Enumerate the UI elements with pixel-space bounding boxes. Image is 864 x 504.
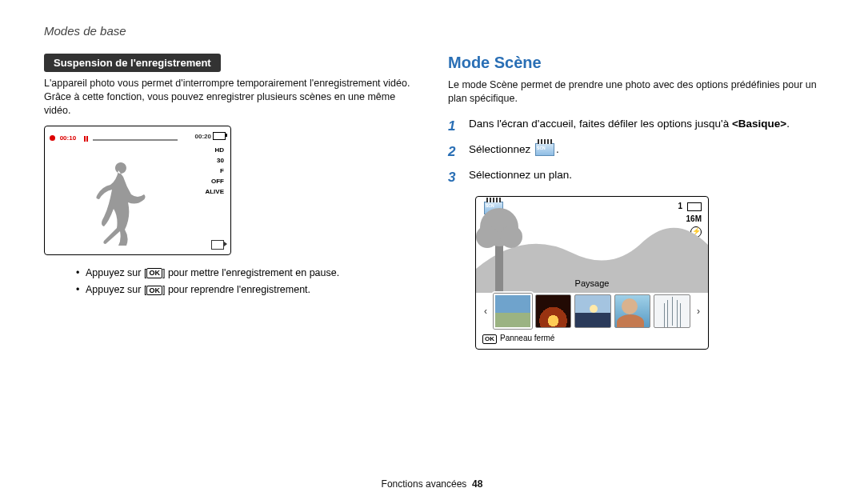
scene-thumbnails: ‹ › bbox=[481, 294, 703, 328]
progress-bar bbox=[93, 139, 178, 141]
panel-closed-label: Panneau fermé bbox=[500, 334, 554, 342]
step-number: 3 bbox=[448, 165, 461, 190]
step-number: 1 bbox=[448, 114, 461, 139]
step-number: 2 bbox=[448, 139, 461, 165]
selected-scene-label: Paysage bbox=[476, 278, 708, 288]
step-3: 3 Sélectionnez un plan. bbox=[448, 165, 820, 190]
camera-lcd-scene: SCN 1 16M ⚡ Paysage bbox=[475, 196, 709, 350]
pause-icon bbox=[84, 132, 89, 144]
record-settings-stack: HD 30 F OFF ALIVE bbox=[205, 146, 224, 198]
f-label: F bbox=[205, 166, 224, 175]
dancer-silhouette bbox=[77, 156, 157, 248]
svg-point-3 bbox=[500, 226, 522, 248]
step-1: 1 Dans l'écran d'accueil, faites défiler… bbox=[448, 114, 820, 139]
page-header: Modes de base bbox=[44, 24, 820, 38]
hd-label: HD bbox=[205, 146, 224, 154]
ok-button-icon: OK bbox=[482, 334, 497, 344]
list-item: Appuyez sur [OK] pour mettre l'enregistr… bbox=[76, 265, 416, 282]
ok-button-icon: OK bbox=[146, 268, 162, 278]
svg-point-2 bbox=[476, 226, 498, 248]
list-item: Appuyez sur [OK] pour reprendre l'enregi… bbox=[76, 282, 416, 298]
page-footer: Fonctions avancées 48 bbox=[0, 478, 864, 490]
camera-lcd-recording: 00:10 00:20 HD 30 F OFF ALIVE bbox=[44, 126, 231, 255]
thumb-portrait[interactable] bbox=[614, 294, 651, 328]
footer-section: Fonctions avancées bbox=[382, 478, 467, 490]
ok-button-icon: OK bbox=[146, 286, 162, 296]
battery-icon bbox=[213, 132, 226, 140]
page-number: 48 bbox=[472, 478, 482, 490]
alive-label: ALIVE bbox=[205, 187, 224, 196]
chevron-left-icon[interactable]: ‹ bbox=[481, 298, 490, 325]
manual-page: Modes de base Suspension de l'enregistre… bbox=[0, 0, 864, 366]
chevron-right-icon[interactable]: › bbox=[694, 298, 703, 325]
off-label: OFF bbox=[205, 177, 224, 186]
scene-steps: 1 Dans l'écran d'accueil, faites défiler… bbox=[448, 114, 820, 191]
column-left: Suspension de l'enregistrement L'apparei… bbox=[44, 54, 416, 350]
fps-label: 30 bbox=[205, 156, 224, 165]
record-dot-icon bbox=[50, 135, 55, 141]
column-right: Mode Scène Le mode Scène permet de prend… bbox=[448, 54, 820, 350]
scene-intro: Le mode Scène permet de prendre une phot… bbox=[448, 78, 820, 106]
step-2: 2 Sélectionnez SCN. bbox=[448, 139, 820, 165]
total-time: 00:20 bbox=[195, 133, 211, 140]
section-pill-suspension: Suspension de l'enregistrement bbox=[44, 54, 221, 72]
thumb-landscape[interactable] bbox=[494, 294, 532, 329]
heading-mode-scene: Mode Scène bbox=[448, 54, 820, 72]
pause-instructions: Appuyez sur [OK] pour mettre l'enregistr… bbox=[44, 265, 416, 299]
suspension-intro: L'appareil photo vous permet d'interromp… bbox=[44, 77, 416, 118]
thumb-snow[interactable] bbox=[654, 294, 690, 328]
elapsed-time: 00:10 bbox=[60, 134, 76, 142]
camera-icon bbox=[211, 240, 224, 250]
thumb-dawn[interactable] bbox=[574, 294, 611, 328]
thumb-sunset[interactable] bbox=[535, 294, 572, 328]
scn-mode-icon: SCN bbox=[535, 143, 554, 156]
panel-action-row: OKPanneau fermé bbox=[482, 334, 554, 343]
